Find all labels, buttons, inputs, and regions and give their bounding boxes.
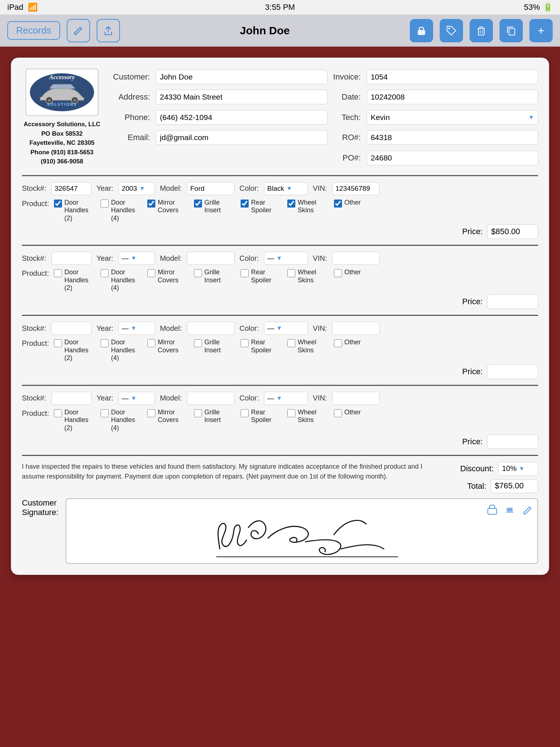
product-checkbox-3-3[interactable] <box>194 339 202 347</box>
product-checkbox-1-0[interactable] <box>54 200 62 208</box>
product-checkbox-4-4[interactable] <box>241 409 249 417</box>
svg-text:Accessory: Accessory <box>49 74 75 81</box>
sig-lock-icon[interactable] <box>485 502 499 516</box>
model-label-2: Model: <box>160 254 182 263</box>
year-select-4[interactable]: — ▼ <box>118 392 155 405</box>
phone-input[interactable] <box>156 110 327 125</box>
color-select-2[interactable]: — ▼ <box>264 252 308 265</box>
product-checkbox-4-5[interactable] <box>287 409 295 417</box>
lock-icon <box>416 25 427 36</box>
customer-input[interactable] <box>156 70 327 84</box>
product-checkbox-2-1[interactable] <box>101 269 109 277</box>
date-input[interactable] <box>367 90 538 104</box>
email-input[interactable] <box>156 130 327 145</box>
year-select-3[interactable]: — ▼ <box>118 322 155 335</box>
header-section: Accessory SOLUTIONS Accessory Solutions,… <box>22 69 538 166</box>
product-checkbox-2-3[interactable] <box>194 269 202 277</box>
vin-input-1[interactable] <box>332 182 380 195</box>
color-arrow-4: ▼ <box>276 395 282 402</box>
product-checkbox-2-6[interactable] <box>334 269 342 277</box>
signature-box[interactable] <box>66 498 538 564</box>
product-name-3-1: Door Handles (4) <box>111 338 144 362</box>
color-label-1: Color: <box>240 184 259 193</box>
ro-input[interactable] <box>367 130 538 145</box>
product-item-4-5: Wheel Skins <box>287 409 330 424</box>
email-label: Email: <box>113 133 150 142</box>
product-checkbox-1-5[interactable] <box>287 200 295 208</box>
product-checkbox-1-2[interactable] <box>147 200 155 208</box>
product-checkbox-1-6[interactable] <box>334 200 342 208</box>
price-input-4[interactable] <box>487 434 538 449</box>
edit-button[interactable] <box>67 19 90 42</box>
invoice-input[interactable] <box>367 70 538 84</box>
model-input-1[interactable] <box>187 182 234 195</box>
product-name-1-1: Door Handles (4) <box>111 199 144 222</box>
price-input-2[interactable] <box>487 294 538 309</box>
stock-input-1[interactable] <box>51 182 92 195</box>
product-checkbox-3-4[interactable] <box>241 339 249 347</box>
year-select-1[interactable]: 2003 ▼ <box>118 182 155 195</box>
product-checkbox-3-0[interactable] <box>54 339 62 347</box>
address-input[interactable] <box>156 90 327 104</box>
records-button[interactable]: Records <box>7 21 60 40</box>
discount-select[interactable]: 10% ▼ <box>498 462 538 476</box>
svg-text:SOLUTIONS: SOLUTIONS <box>47 102 77 107</box>
vehicle-row1-2: Stock#: Year: — ▼ Model: Color: — ▼ VIN: <box>22 252 538 265</box>
color-select-4[interactable]: — ▼ <box>264 392 308 405</box>
product-item-4-3: Grille Insert <box>194 409 237 424</box>
product-checkbox-4-0[interactable] <box>54 409 62 417</box>
color-select-3[interactable]: — ▼ <box>264 322 308 335</box>
product-checkbox-4-6[interactable] <box>334 409 342 417</box>
vin-input-4[interactable] <box>332 392 380 405</box>
product-item-3-4: Rear Spoiler <box>241 338 284 354</box>
stock-input-4[interactable] <box>51 392 92 405</box>
status-bar: iPad 📶 3:55 PM 53% 🔋 <box>0 0 560 15</box>
product-checkbox-3-5[interactable] <box>287 339 295 347</box>
product-item-2-0: Door Handles (2) <box>54 268 97 292</box>
company-po: PO Box 58532 <box>24 129 101 139</box>
copy-button[interactable] <box>499 19 523 42</box>
product-checkbox-2-0[interactable] <box>54 269 62 277</box>
product-checkbox-4-3[interactable] <box>194 409 202 417</box>
price-input-1[interactable] <box>487 224 538 239</box>
year-select-2[interactable]: — ▼ <box>118 252 155 265</box>
product-item-1-4: Rear Spoiler <box>241 199 284 214</box>
po-input[interactable] <box>367 151 538 165</box>
svg-rect-12 <box>507 508 513 511</box>
tag-button[interactable] <box>440 19 463 42</box>
model-input-2[interactable] <box>187 252 234 265</box>
product-checkbox-3-2[interactable] <box>147 339 155 347</box>
product-checkbox-4-2[interactable] <box>147 409 155 417</box>
product-checkbox-1-1[interactable] <box>101 200 109 208</box>
sig-eraser-icon[interactable] <box>502 502 517 516</box>
add-button[interactable]: + <box>529 19 553 42</box>
year-arrow-1: ▼ <box>139 185 145 192</box>
product-checkbox-1-3[interactable] <box>194 200 202 208</box>
battery-label: 53% <box>524 3 540 12</box>
pencil-icon <box>73 25 84 36</box>
product-checkbox-1-4[interactable] <box>241 200 249 208</box>
year-label-4: Year: <box>97 394 113 402</box>
trash-button[interactable] <box>470 19 493 42</box>
product-checkbox-2-2[interactable] <box>147 269 155 277</box>
tech-value: Kevin <box>371 113 390 122</box>
color-select-1[interactable]: Black ▼ <box>264 182 308 195</box>
vin-input-3[interactable] <box>332 322 380 335</box>
share-button[interactable] <box>97 19 120 42</box>
lock-button[interactable] <box>410 19 433 42</box>
stock-label-3: Stock#: <box>22 324 46 333</box>
stock-input-3[interactable] <box>51 322 92 335</box>
price-input-3[interactable] <box>487 364 538 379</box>
vin-input-2[interactable] <box>332 252 380 265</box>
model-input-3[interactable] <box>187 322 234 335</box>
stock-input-2[interactable] <box>51 252 92 265</box>
color-value-2: — <box>267 254 274 262</box>
tech-select[interactable]: Kevin ▼ <box>367 110 538 125</box>
product-checkbox-3-1[interactable] <box>101 339 109 347</box>
sig-pen-icon[interactable] <box>520 502 534 516</box>
product-checkbox-3-6[interactable] <box>334 339 342 347</box>
product-checkbox-2-5[interactable] <box>287 269 295 277</box>
product-checkbox-2-4[interactable] <box>241 269 249 277</box>
product-checkbox-4-1[interactable] <box>101 409 109 417</box>
model-input-4[interactable] <box>187 392 234 405</box>
